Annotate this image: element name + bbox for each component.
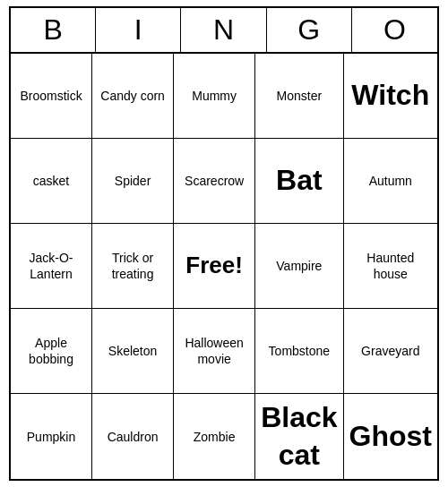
cell-text: Tombstone	[269, 343, 330, 359]
header-letter: G	[267, 8, 352, 52]
bingo-cell: Haunted house	[344, 224, 437, 309]
cell-text: Haunted house	[349, 250, 432, 282]
cell-text: Witch	[351, 77, 429, 115]
cell-text: Skeleton	[108, 343, 157, 359]
header-letter: O	[352, 8, 437, 52]
bingo-cell: Vampire	[255, 224, 343, 309]
cell-text: Monster	[277, 88, 323, 104]
bingo-grid: BroomstickCandy cornMummyMonsterWitchcas…	[11, 54, 437, 480]
bingo-cell: Bat	[255, 139, 343, 224]
header-letter: N	[181, 8, 266, 52]
bingo-cell: Mummy	[174, 54, 255, 139]
bingo-card: BINGO BroomstickCandy cornMummyMonsterWi…	[9, 6, 439, 482]
bingo-cell: Graveyard	[344, 309, 437, 394]
cell-text: Autumn	[369, 173, 412, 189]
header-letter: B	[11, 8, 96, 52]
bingo-cell: casket	[11, 139, 92, 224]
cell-text: Ghost	[349, 418, 432, 456]
bingo-header: BINGO	[11, 8, 437, 54]
bingo-cell: Witch	[344, 54, 437, 139]
cell-text: Apple bobbing	[16, 335, 86, 367]
cell-text: casket	[33, 173, 69, 189]
bingo-cell: Candy corn	[92, 54, 174, 139]
bingo-cell: Broomstick	[11, 54, 92, 139]
cell-text: Zombie	[194, 429, 236, 445]
bingo-cell: Tombstone	[255, 309, 343, 394]
cell-text: Bat	[276, 162, 323, 200]
bingo-cell: Scarecrow	[174, 139, 255, 224]
cell-text: Vampire	[276, 258, 322, 274]
bingo-cell: Zombie	[174, 394, 255, 479]
cell-text: Scarecrow	[185, 173, 244, 189]
cell-text: Jack-O-Lantern	[16, 250, 86, 282]
bingo-cell: Jack-O-Lantern	[11, 224, 92, 309]
cell-text: Spider	[115, 173, 151, 189]
cell-text: Trick or treating	[98, 250, 168, 282]
cell-text: Mummy	[192, 88, 237, 104]
cell-text: Cauldron	[108, 429, 159, 445]
bingo-cell: Pumpkin	[11, 394, 92, 479]
bingo-cell: Autumn	[344, 139, 437, 224]
bingo-cell: Spider	[92, 139, 174, 224]
bingo-cell: Halloween movie	[174, 309, 255, 394]
cell-text: Black cat	[261, 399, 337, 474]
bingo-cell: Free!	[174, 224, 255, 309]
bingo-cell: Monster	[255, 54, 343, 139]
bingo-cell: Ghost	[344, 394, 437, 479]
cell-text: Free!	[185, 251, 243, 281]
cell-text: Broomstick	[20, 88, 82, 104]
bingo-cell: Cauldron	[92, 394, 174, 479]
cell-text: Candy corn	[100, 88, 165, 104]
header-letter: I	[96, 8, 181, 52]
cell-text: Pumpkin	[27, 429, 75, 445]
bingo-cell: Apple bobbing	[11, 309, 92, 394]
bingo-cell: Trick or treating	[92, 224, 174, 309]
bingo-cell: Black cat	[255, 394, 343, 479]
cell-text: Halloween movie	[179, 335, 249, 367]
cell-text: Graveyard	[361, 343, 419, 359]
bingo-cell: Skeleton	[92, 309, 174, 394]
